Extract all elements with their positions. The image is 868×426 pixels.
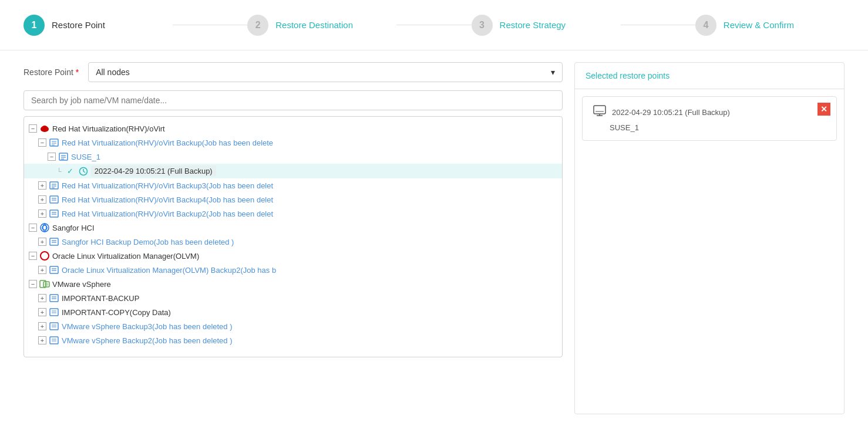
required-indicator: * <box>76 67 79 77</box>
all-nodes-dropdown[interactable]: All nodes ▾ <box>88 62 563 82</box>
tree-node-rhv-job2[interactable]: + Red Hat Virtualization(RHV)/oVirt Back… <box>24 207 562 221</box>
vmware-icon <box>39 279 50 289</box>
node-text: Red Hat Virtualization(RHV)/oVirt <box>52 124 165 133</box>
dropdown-value: All nodes <box>96 67 130 77</box>
expand-icon[interactable]: − <box>29 124 37 133</box>
restore-point-label: Restore Point * <box>23 67 79 77</box>
tree-node-suse1-backup[interactable]: └ ✓ 2022-04-29 10:05:21 (Full Backup) <box>24 164 562 178</box>
step-4-label: Review & Confirm <box>724 20 794 30</box>
tree-container[interactable]: − Red Hat Virtualization(RHV)/oVirt − <box>23 116 563 357</box>
svg-rect-36 <box>50 295 58 302</box>
expand-icon[interactable]: + <box>38 336 46 344</box>
expand-icon[interactable]: + <box>38 308 46 316</box>
left-panel: Restore Point * All nodes ▾ − <box>23 62 563 414</box>
node-text: 2022-04-29 10:05:21 (Full Backup) <box>91 165 216 177</box>
main-content: Restore Point * All nodes ▾ − <box>0 50 868 426</box>
step-3-circle: 3 <box>472 15 493 36</box>
node-text: Oracle Linux Virtualization Manager(OLVM… <box>52 252 199 261</box>
tree-node-vmware-job4[interactable]: + VMware vSphere Backup2(Job has been de… <box>24 333 562 347</box>
expand-icon[interactable]: − <box>29 224 37 232</box>
step-2-label: Restore Destination <box>275 20 353 30</box>
node-text: IMPORTANT-COPY(Copy Data) <box>62 308 171 317</box>
svg-point-24 <box>41 224 49 232</box>
vm-icon <box>58 151 69 162</box>
expand-icon[interactable]: − <box>29 280 37 288</box>
job-icon <box>49 236 59 247</box>
expand-icon[interactable]: − <box>48 153 56 161</box>
remove-selected-button[interactable]: ✕ <box>817 103 830 116</box>
tree-node-olvm-job1[interactable]: + Oracle Linux Virtualization Manager(OL… <box>24 263 562 277</box>
node-text: IMPORTANT-BACKUP <box>62 294 139 303</box>
expand-icon[interactable]: − <box>38 138 46 147</box>
svg-point-29 <box>41 252 49 260</box>
step-1-circle: 1 <box>23 15 45 36</box>
step-divider-2 <box>396 25 471 25</box>
svg-point-2 <box>41 127 45 130</box>
search-input[interactable] <box>23 90 563 110</box>
tree-node-vmware-job3[interactable]: + VMware vSphere Backup3(Job has been de… <box>24 319 562 333</box>
expand-icon[interactable]: + <box>38 209 46 218</box>
node-text: Red Hat Virtualization(RHV)/oVirt Backup… <box>62 181 273 190</box>
job-icon <box>49 321 59 332</box>
wizard-step-1[interactable]: 1 Restore Point <box>23 15 173 36</box>
expand-icon[interactable]: + <box>38 238 46 246</box>
chevron-down-icon: ▾ <box>551 67 555 77</box>
selected-item-row: 2022-04-29 10:05:21 (Full Backup) <box>593 105 826 120</box>
tree-node-sangfor-root[interactable]: − Sangfor HCI <box>24 221 562 235</box>
step-2-circle: 2 <box>247 15 268 36</box>
selected-item-vm: SUSE_1 <box>593 123 826 132</box>
expand-icon[interactable]: + <box>38 181 46 190</box>
selected-panel-header: Selected restore points <box>575 63 844 89</box>
node-text: SUSE_1 <box>71 153 100 161</box>
job-icon <box>49 293 59 303</box>
right-panel: Selected restore points 2022-04-29 10:05… <box>574 62 845 414</box>
step-divider-3 <box>621 25 695 25</box>
connector-icon: └ <box>57 168 62 175</box>
svg-rect-18 <box>50 196 58 203</box>
svg-rect-35 <box>45 283 48 286</box>
step-4-circle: 4 <box>695 15 716 36</box>
svg-rect-30 <box>50 266 58 273</box>
selected-item-timestamp: 2022-04-29 10:05:21 (Full Backup) <box>612 108 730 117</box>
wizard-step-2[interactable]: 2 Restore Destination <box>247 15 396 36</box>
svg-rect-45 <box>50 337 58 344</box>
node-text: Red Hat Virtualization(RHV)/oVirt Backup… <box>62 138 273 147</box>
restore-point-row: Restore Point * All nodes ▾ <box>23 62 563 82</box>
tree-node-olvm-root[interactable]: − Oracle Linux Virtualization Manager(OL… <box>24 249 562 263</box>
expand-icon[interactable]: + <box>38 322 46 330</box>
wizard-step-4[interactable]: 4 Review & Confirm <box>695 15 845 36</box>
tree-node-vmware-job2[interactable]: + IMPORTANT-COPY(Copy Data) <box>24 305 562 319</box>
tree-node-sangfor-job1[interactable]: + Sangfor HCI Backup Demo(Job has been d… <box>24 235 562 249</box>
svg-rect-48 <box>594 106 605 114</box>
node-text: Sangfor HCI Backup Demo(Job has been del… <box>62 238 234 246</box>
tree-node-rhv-job3[interactable]: + Red Hat Virtualization(RHV)/oVirt Back… <box>24 178 562 192</box>
node-text: VMware vSphere Backup2(Job has been dele… <box>62 336 233 345</box>
clock-icon <box>78 166 89 177</box>
wizard-header: 1 Restore Point 2 Restore Destination 3 … <box>0 0 868 50</box>
wizard-step-3[interactable]: 3 Restore Strategy <box>472 15 621 36</box>
olvm-icon <box>39 251 50 261</box>
expand-icon[interactable]: + <box>38 266 46 274</box>
job-icon <box>49 194 59 205</box>
expand-icon[interactable]: + <box>38 195 46 204</box>
job-icon <box>49 307 59 317</box>
tree-node-rhv-root[interactable]: − Red Hat Virtualization(RHV)/oVirt <box>24 121 562 136</box>
step-3-label: Restore Strategy <box>500 20 566 30</box>
tree-node-suse1[interactable]: − SUSE_1 <box>24 150 562 164</box>
expand-icon[interactable]: + <box>38 294 46 302</box>
step-divider-1 <box>173 25 247 25</box>
node-text: Sangfor HCI <box>52 224 95 232</box>
sangfor-icon <box>39 222 50 233</box>
svg-rect-39 <box>50 309 58 316</box>
tree-node-rhv-job1[interactable]: − Red Hat Virtualization(RHV)/oVirt Back… <box>24 136 562 150</box>
expand-icon[interactable]: − <box>29 252 37 260</box>
job-icon <box>49 180 59 191</box>
tree-node-rhv-job4[interactable]: + Red Hat Virtualization(RHV)/oVirt Back… <box>24 192 562 207</box>
svg-rect-21 <box>50 210 58 217</box>
tree-node-vmware-job1[interactable]: + IMPORTANT-BACKUP <box>24 291 562 305</box>
tree-node-vmware-root[interactable]: − VMware vSphere <box>24 277 562 291</box>
rhv-icon <box>39 123 50 134</box>
node-text: VMware vSphere Backup3(Job has been dele… <box>62 322 233 331</box>
vm-monitor-icon <box>593 105 606 120</box>
job-icon <box>49 137 59 148</box>
